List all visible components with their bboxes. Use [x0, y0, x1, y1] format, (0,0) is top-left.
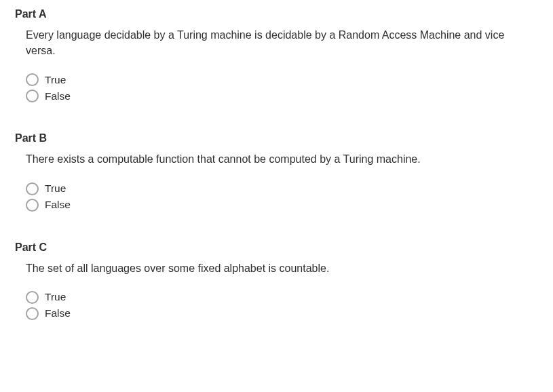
- part-b: Part B There exists a computable functio…: [0, 132, 553, 211]
- option-true[interactable]: True: [26, 291, 553, 304]
- part-title: Part B: [15, 132, 553, 144]
- option-true[interactable]: True: [26, 73, 553, 86]
- option-false[interactable]: False: [26, 90, 553, 102]
- part-title: Part C: [15, 241, 553, 254]
- option-true[interactable]: True: [26, 182, 553, 195]
- radio-icon: [26, 291, 39, 304]
- question-text: Every language decidable by a Turing mac…: [26, 27, 526, 58]
- question-text: There exists a computable function that …: [26, 151, 526, 167]
- options-group: True False: [26, 291, 553, 320]
- option-label: True: [45, 74, 66, 86]
- option-false[interactable]: False: [26, 307, 553, 320]
- question-text: The set of all languages over some fixed…: [26, 260, 526, 276]
- option-false[interactable]: False: [26, 199, 553, 212]
- radio-icon: [26, 199, 39, 212]
- options-group: True False: [26, 182, 553, 212]
- option-label: True: [45, 182, 66, 195]
- part-c: Part C The set of all languages over som…: [0, 241, 553, 320]
- part-title: Part A: [15, 8, 553, 20]
- option-label: True: [45, 291, 66, 303]
- options-group: True False: [26, 73, 553, 102]
- radio-icon: [26, 90, 39, 102]
- option-label: False: [45, 90, 71, 102]
- option-label: False: [45, 307, 71, 319]
- radio-icon: [26, 182, 39, 195]
- part-a: Part A Every language decidable by a Tur…: [0, 8, 553, 102]
- radio-icon: [26, 307, 39, 320]
- option-label: False: [45, 199, 71, 211]
- radio-icon: [26, 73, 39, 86]
